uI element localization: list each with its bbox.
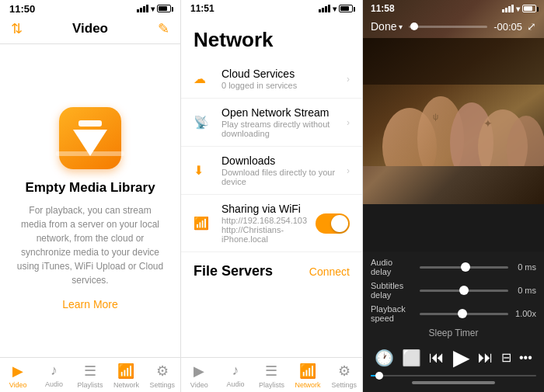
stream-icon: 📡 <box>194 115 214 130</box>
p2-tab-video[interactable]: ▶ Video <box>181 363 218 389</box>
wifi-icon: ▾ <box>151 5 155 13</box>
playlists-tab-icon: ☰ <box>84 363 96 380</box>
tab-network[interactable]: 📶 Network <box>108 363 144 389</box>
tab-playlists-label: Playlists <box>78 381 103 389</box>
network-tab-icon: 📶 <box>117 363 134 380</box>
file-servers-title: File Servers <box>194 263 273 279</box>
status-icons-2: ▾ <box>319 5 353 13</box>
open-network-label: Open Network Stream <box>221 106 347 119</box>
p2-audio-label: Audio <box>226 380 244 388</box>
downloads-item[interactable]: ⬇ Downloads Download files directly to y… <box>181 147 362 195</box>
video-tab-icon: ▶ <box>12 363 23 380</box>
subtitles-delay-thumb[interactable] <box>459 286 469 295</box>
player-time-remaining: -00:05 <box>493 21 522 33</box>
p2-playlists-label: Playlists <box>259 381 284 389</box>
tab-audio[interactable]: ♪ Audio <box>36 363 71 389</box>
battery-icon-2 <box>339 5 353 12</box>
tab-video[interactable]: ▶ Video <box>0 363 36 389</box>
p2-playlists-icon: ☰ <box>265 363 277 380</box>
panel2-content: Network ☁ Cloud Services 0 logged in ser… <box>181 17 362 357</box>
panel1-header: ⇅ Video ✎ <box>0 17 180 44</box>
player-wifi-icon: ▾ <box>516 5 520 13</box>
playback-speed-slider[interactable] <box>420 313 508 315</box>
subtitle-button[interactable]: ⊟ <box>501 350 511 365</box>
p2-network-icon: 📶 <box>299 363 316 380</box>
tab-audio-label: Audio <box>45 380 63 388</box>
p2-tab-settings[interactable]: ⚙ Settings <box>326 363 362 389</box>
p2-video-icon: ▶ <box>194 363 204 380</box>
downloads-label: Downloads <box>221 154 347 167</box>
network-items-list: ☁ Cloud Services 0 logged in services › … <box>181 60 362 252</box>
status-bar-1: 11:50 ▾ <box>0 0 180 17</box>
prev-button[interactable]: ⏮ <box>429 349 445 366</box>
player-progress-thumb[interactable] <box>375 372 383 380</box>
p2-settings-icon: ⚙ <box>338 363 350 380</box>
cloud-services-item[interactable]: ☁ Cloud Services 0 logged in services › <box>181 60 362 99</box>
signal-icon <box>137 5 148 12</box>
p2-tab-audio[interactable]: ♪ Audio <box>218 363 254 389</box>
network-panel: 11:51 ▾ Network ☁ Cloud Services 0 logge… <box>181 0 363 392</box>
tab-video-label: Video <box>9 381 27 389</box>
open-network-sub: Play streams directly without downloadin… <box>221 120 347 138</box>
player-buttons-row: 🕐 ⬜ ⏮ ▶ ⏭ ⊟ ••• <box>371 345 536 370</box>
tab-settings[interactable]: ⚙ Settings <box>145 363 180 389</box>
settings-tab-icon: ⚙ <box>156 363 169 380</box>
more-button[interactable]: ••• <box>519 351 532 365</box>
p2-tab-network[interactable]: 📶 Network <box>290 363 326 389</box>
sharing-wifi-label: Sharing via WiFi <box>221 203 316 215</box>
player-progress-bar[interactable] <box>371 375 536 376</box>
learn-more-link[interactable]: Learn More <box>62 298 118 310</box>
status-bar-2: 11:51 ▾ <box>181 0 362 17</box>
p2-settings-label: Settings <box>331 381 357 389</box>
tab-playlists[interactable]: ☰ Playlists <box>72 363 108 389</box>
vlc-logo <box>59 107 121 169</box>
open-network-item[interactable]: 📡 Open Network Stream Play streams direc… <box>181 99 362 147</box>
cloud-services-label: Cloud Services <box>221 68 347 80</box>
edit-icon[interactable]: ✎ <box>158 20 169 37</box>
sharing-wifi-sub: http://192.168.254.103http://Christians-… <box>221 216 316 244</box>
cloud-icon: ☁ <box>194 71 214 86</box>
panel1-tabs: ▶ Video ♪ Audio ☰ Playlists 📶 Network ⚙ … <box>0 357 180 392</box>
p2-audio-icon: ♪ <box>232 363 239 379</box>
done-button[interactable]: Done ▾ <box>371 20 403 33</box>
sharing-wifi-toggle[interactable] <box>316 213 350 234</box>
sleep-timer-label: Sleep Timer <box>371 328 536 338</box>
network-title: Network <box>181 25 362 60</box>
svg-rect-8 <box>363 38 544 85</box>
audio-delay-thumb[interactable] <box>461 262 470 272</box>
downloads-arrow: › <box>347 165 350 176</box>
audio-delay-label: Audio delay <box>371 258 415 276</box>
wifi-share-icon: 📶 <box>194 216 214 231</box>
status-icons-1: ▾ <box>137 5 171 13</box>
player-signal-icon <box>502 5 514 12</box>
empty-title: Empty Media Library <box>25 180 155 196</box>
subtitles-delay-slider[interactable] <box>420 290 508 292</box>
p2-tab-playlists[interactable]: ☰ Playlists <box>253 363 290 389</box>
video-content: ✦ ψ <box>363 38 544 166</box>
play-button[interactable]: ▶ <box>453 345 470 370</box>
empty-desc: For playback, you can stream media from … <box>16 203 165 287</box>
subtitles-delay-row: Subtitles delay 0 ms <box>371 281 536 300</box>
next-button[interactable]: ⏭ <box>478 349 493 366</box>
file-servers-connect[interactable]: Connect <box>309 265 350 278</box>
playback-speed-thumb[interactable] <box>458 309 467 318</box>
home-indicator <box>412 381 495 384</box>
open-network-text: Open Network Stream Play streams directl… <box>221 106 347 138</box>
sort-icon[interactable]: ⇅ <box>11 20 23 37</box>
player-header: Done ▾ -00:05 ⤢ <box>363 17 544 36</box>
timer-button[interactable]: 🕐 <box>375 349 394 367</box>
wifi-icon-2: ▾ <box>333 5 337 13</box>
playback-speed-value: 1.00x <box>513 309 536 318</box>
playback-speed-label: Playback speed <box>371 304 415 323</box>
sharing-wifi-text: Sharing via WiFi http://192.168.254.103h… <box>221 203 316 244</box>
player-panel: 11:58 ▾ Done ▾ -00:05 ⤢ <box>363 0 544 392</box>
panel1-content: Empty Media Library For playback, you ca… <box>0 44 180 357</box>
p2-network-label: Network <box>295 381 321 389</box>
expand-icon[interactable]: ⤢ <box>527 20 536 33</box>
aspect-ratio-button[interactable]: ⬜ <box>402 349 421 367</box>
svg-text:ψ: ψ <box>433 113 438 121</box>
sharing-wifi-item[interactable]: 📶 Sharing via WiFi http://192.168.254.10… <box>181 195 362 252</box>
player-status-bar: 11:58 ▾ <box>363 0 544 17</box>
battery-icon <box>157 5 171 12</box>
audio-delay-slider[interactable] <box>420 266 508 269</box>
